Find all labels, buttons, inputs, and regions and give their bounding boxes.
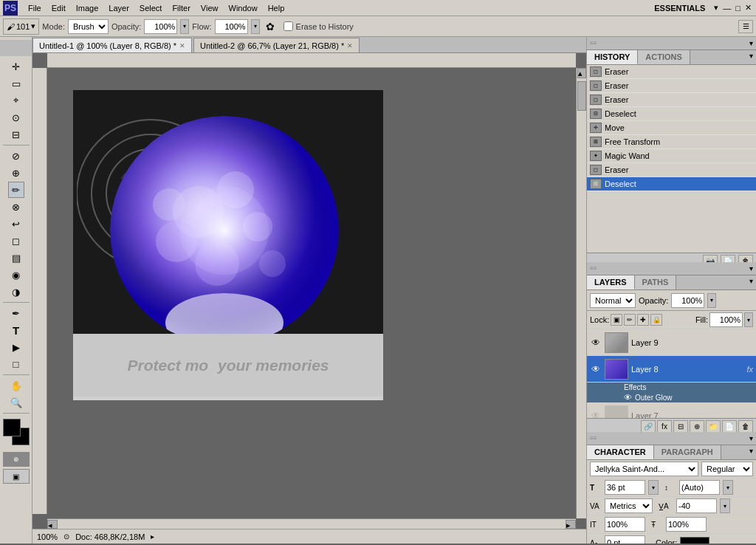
shape-tool[interactable]: □ [8,356,24,372]
canvas-image[interactable]: Protect m▋▋▋ your memories [73,90,383,400]
marquee-tool[interactable]: ▭ [8,75,24,92]
layer-item-7[interactable]: 👁 Layer 7 [587,402,756,418]
scrollbar-horizontal[interactable]: ◂ ▸ [47,518,576,529]
layer-7-visibility[interactable]: 👁 [590,410,602,419]
history-panel-menu[interactable]: ▾ [746,50,756,64]
history-item-7[interactable]: ◻Eraser [587,163,756,177]
brush-tool[interactable]: ✏ [8,182,24,198]
text-color-swatch[interactable] [680,537,709,544]
tracking-input[interactable]: -40 [676,498,717,513]
lock-transparent-btn[interactable]: ▣ [611,314,622,326]
quick-mask-btn[interactable]: ⊕ [3,452,30,467]
menu-view[interactable]: View [196,2,223,14]
history-item-1[interactable]: ◻Eraser [587,79,756,93]
pen-tool[interactable]: ✒ [8,305,24,321]
leading-arrow[interactable]: ▾ [723,480,733,495]
kerning-select[interactable]: Metrics [605,498,653,513]
screen-mode-btn[interactable]: ▣ [3,469,30,484]
brush-preset-btn[interactable]: 🖌 101 ▾ [3,18,39,35]
font-style-select[interactable]: Regular [701,462,753,476]
tab-2-close[interactable]: ✕ [347,42,353,49]
menu-filter[interactable]: Filter [168,2,194,14]
blend-mode-select[interactable]: Normal [590,293,636,308]
layer-8-visibility[interactable]: 👁 [590,363,602,375]
menu-image[interactable]: Image [72,2,103,14]
nav-arrow-btn[interactable]: ▸ [151,532,154,541]
tab-layers[interactable]: LAYERS [587,275,635,289]
eraser-tool[interactable]: ◻ [8,233,24,249]
scroll-left-btn[interactable]: ◂ [47,520,58,529]
baseline-input[interactable]: 0 pt [605,535,645,544]
zoom-menu-btn[interactable]: ⊙ [63,532,69,541]
layers-collapse-icon[interactable]: ▾ [749,264,753,272]
minimize-btn[interactable]: — [721,4,732,13]
history-item-2[interactable]: ◻Eraser [587,93,756,107]
tab-history[interactable]: HISTORY [587,50,638,64]
link-layers-btn[interactable]: 🔗 [641,420,656,433]
delete-layer-btn[interactable]: 🗑 [738,420,753,433]
add-style-btn[interactable]: fx [657,420,672,433]
clone-stamp-tool[interactable]: ⊗ [8,199,24,215]
quick-select-tool[interactable]: ⊙ [8,109,24,126]
tracking-arrow[interactable]: ▾ [720,498,730,513]
lock-all-btn[interactable]: 🔒 [650,314,662,326]
scroll-thumb-v[interactable] [577,81,586,111]
char-panel-menu[interactable]: ▾ [746,445,756,459]
color-swatches[interactable] [3,419,30,445]
new-layer-btn[interactable]: 📄 [722,420,737,433]
crop-tool[interactable]: ⊟ [8,126,24,143]
char-collapse-icon[interactable]: ▾ [749,434,753,442]
hand-tool[interactable]: ✋ [8,377,24,394]
maximize-btn[interactable]: □ [734,4,742,13]
tab-1-close[interactable]: ✕ [179,42,185,49]
eyedropper-tool[interactable]: ⊘ [8,148,24,164]
lock-image-btn[interactable]: ✏ [624,314,636,326]
panel-collapse-icon[interactable]: ▾ [749,39,753,47]
tab-character[interactable]: CHARACTER [587,445,654,459]
history-item-0[interactable]: ◻Eraser [587,65,756,79]
new-group-btn[interactable]: 📁 [706,420,721,433]
close-btn[interactable]: ✕ [743,3,753,13]
tab-actions[interactable]: ACTIONS [638,50,690,64]
menu-layer[interactable]: Layer [104,2,134,14]
layers-panel-menu[interactable]: ▾ [746,275,756,289]
dodge-tool[interactable]: ◑ [8,284,24,300]
foreground-color-swatch[interactable] [3,419,21,436]
leading-input[interactable]: (Auto) [679,480,720,495]
tab-document-1[interactable]: Untitled-1 @ 100% (Layer 8, RGB/8) * ✕ [32,38,192,52]
add-mask-btn[interactable]: ⊟ [673,420,688,433]
v-scale-input[interactable]: 100% [666,517,707,532]
history-item-3[interactable]: ⊟Deselect [587,107,756,121]
path-select-tool[interactable]: ▶ [8,339,24,355]
lasso-tool[interactable]: ⌖ [8,92,24,109]
tab-paths[interactable]: PATHS [635,275,677,289]
menu-window[interactable]: Window [224,2,262,14]
scroll-right-btn[interactable]: ▸ [566,520,576,529]
layer-opacity-arrow[interactable]: ▾ [707,293,716,308]
history-item-8[interactable]: ⊟Deselect [587,177,756,191]
font-size-input[interactable]: 36 pt [605,480,645,495]
move-tool[interactable]: ✛ [8,58,24,75]
menu-help[interactable]: Help [264,2,289,14]
menu-edit[interactable]: Edit [47,2,70,14]
tab-paragraph[interactable]: PARAGRAPH [654,445,721,459]
menu-file[interactable]: File [24,2,46,14]
lock-position-btn[interactable]: ✚ [637,314,649,326]
blur-tool[interactable]: ◉ [8,267,24,283]
layer-item-8[interactable]: 👁 Layer 8 fx [587,356,756,383]
history-item-5[interactable]: ⊞Free Transform [587,135,756,149]
menu-select[interactable]: Select [135,2,167,14]
opacity-arrow[interactable]: ▾ [180,19,189,34]
mode-select[interactable]: Brush [68,19,109,34]
layer-item-9[interactable]: 👁 Layer 9 [587,329,756,356]
history-item-4[interactable]: ✛Move [587,121,756,135]
gradient-tool[interactable]: ▤ [8,250,24,266]
history-brush-tool[interactable]: ↩ [8,216,24,232]
layer-fill-arrow[interactable]: ▾ [744,312,753,327]
scrollbar-vertical[interactable]: ▴ [576,68,586,518]
new-adjustment-btn[interactable]: ⊕ [690,420,704,433]
font-family-select[interactable]: Jellyka Saint-And... [590,462,698,476]
workspace-arrow[interactable]: ▾ [712,3,720,13]
history-item-6[interactable]: ✦Magic Wand [587,149,756,163]
layer-9-visibility[interactable]: 👁 [590,337,602,349]
